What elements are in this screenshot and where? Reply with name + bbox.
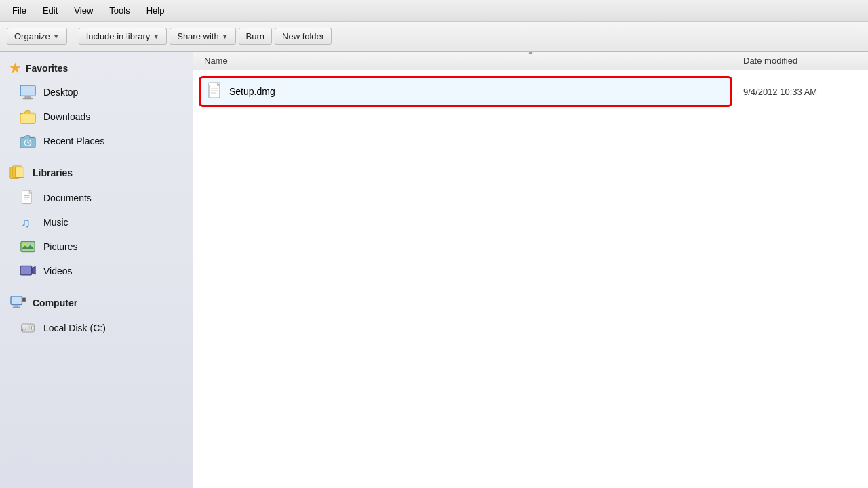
svg-rect-26 — [12, 297, 22, 304]
svg-rect-5 — [21, 114, 35, 123]
svg-rect-30 — [23, 298, 26, 302]
sidebar-computer-header[interactable]: Computer — [0, 290, 193, 316]
toolbar: Organize ▼ Include in library ▼ Share wi… — [0, 22, 868, 52]
svg-rect-2 — [23, 98, 33, 99]
organize-arrow-icon: ▼ — [53, 33, 60, 40]
share-with-button[interactable]: Share with ▼ — [170, 28, 235, 45]
svg-marker-23 — [32, 266, 35, 274]
share-arrow-icon: ▼ — [222, 33, 229, 40]
sidebar-item-pictures[interactable]: Pictures — [0, 235, 193, 259]
file-row-highlighted[interactable]: Setup.dmg — [199, 76, 732, 107]
svg-text:♫: ♫ — [21, 216, 31, 230]
sidebar-favorites-header[interactable]: ★ Favorites — [0, 57, 193, 80]
col-date-header[interactable]: Date modified — [732, 56, 868, 66]
svg-rect-12 — [15, 167, 24, 178]
sidebar-item-desktop[interactable]: Desktop — [0, 80, 193, 104]
col-name-header[interactable]: Name — [193, 56, 732, 66]
sidebar-libraries-header[interactable]: Libraries — [0, 160, 193, 186]
svg-rect-24 — [21, 266, 31, 274]
downloads-folder-icon — [19, 108, 37, 125]
sidebar-item-downloads[interactable]: Downloads — [0, 104, 193, 129]
sidebar-item-documents[interactable]: Documents — [0, 186, 193, 210]
svg-point-34 — [31, 327, 32, 329]
svg-rect-27 — [14, 305, 18, 307]
file-date: 9/4/2012 10:33 AM — [732, 87, 868, 97]
svg-rect-14 — [22, 191, 28, 193]
menu-file[interactable]: File — [5, 4, 33, 17]
burn-button[interactable]: Burn — [239, 28, 272, 45]
desktop-icon — [19, 83, 37, 101]
organize-button[interactable]: Organize ▼ — [7, 28, 67, 45]
main-layout: ★ Favorites Desktop — [0, 52, 868, 488]
sidebar: ★ Favorites Desktop — [0, 52, 193, 488]
menu-tools[interactable]: Tools — [102, 4, 136, 17]
menu-bar: File Edit View Tools Help — [0, 0, 868, 22]
videos-icon — [19, 262, 37, 280]
menu-view[interactable]: View — [67, 4, 100, 17]
file-icon — [206, 81, 225, 102]
star-icon: ★ — [9, 61, 20, 76]
sidebar-item-recent-places[interactable]: Recent Places — [0, 129, 193, 153]
file-header: Name Date modified — [193, 52, 868, 70]
svg-text:C:: C: — [22, 328, 26, 332]
svg-rect-28 — [13, 307, 20, 308]
sidebar-computer-section: Computer C: Local Disk (C:) — [0, 290, 193, 340]
libraries-icon — [9, 164, 27, 182]
pictures-icon — [19, 238, 37, 256]
svg-rect-38 — [209, 83, 217, 85]
documents-icon — [19, 189, 37, 207]
sidebar-item-videos[interactable]: Videos — [0, 259, 193, 283]
table-row[interactable]: Setup.dmg 9/4/2012 10:33 AM — [193, 73, 868, 110]
computer-icon — [9, 294, 27, 312]
menu-edit[interactable]: Edit — [36, 4, 64, 17]
svg-rect-20 — [22, 242, 35, 251]
file-pane: Name Date modified — [193, 52, 868, 488]
music-icon: ♫ — [19, 214, 37, 231]
file-list: Setup.dmg 9/4/2012 10:33 AM — [193, 70, 868, 488]
local-disk-icon: C: — [19, 319, 37, 337]
recent-places-icon — [19, 132, 37, 150]
svg-rect-36 — [22, 325, 27, 327]
file-name: Setup.dmg — [229, 86, 275, 97]
include-arrow-icon: ▼ — [153, 33, 159, 40]
sidebar-libraries-section: Libraries Documents — [0, 160, 193, 283]
menu-help[interactable]: Help — [140, 4, 172, 17]
sidebar-item-music[interactable]: ♫ Music — [0, 210, 193, 235]
svg-rect-3 — [21, 86, 35, 96]
toolbar-separator — [73, 28, 73, 45]
include-in-library-button[interactable]: Include in library ▼ — [79, 28, 167, 45]
sidebar-item-local-disk[interactable]: C: Local Disk (C:) — [0, 316, 193, 340]
new-folder-button[interactable]: New folder — [275, 28, 332, 45]
